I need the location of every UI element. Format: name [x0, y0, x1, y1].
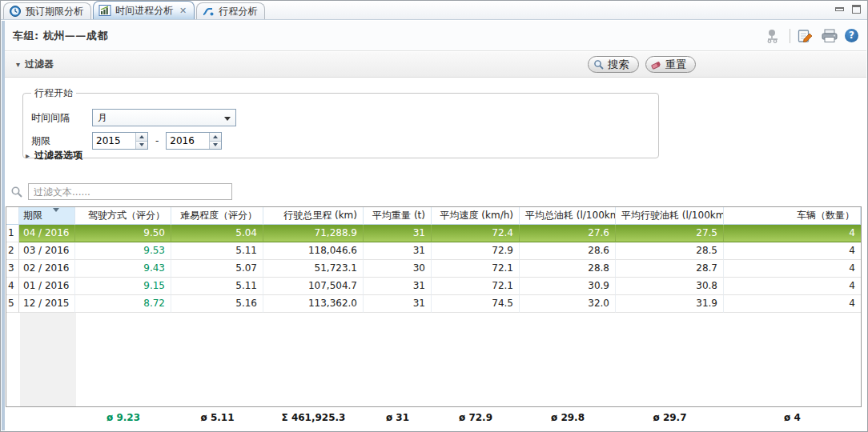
cell-vehicle-count: 4	[724, 225, 861, 242]
filter-options-label: 过滤器选项	[34, 149, 82, 162]
column-header-avg-speed[interactable]: 平均速度 (km/h)	[432, 207, 520, 225]
column-header-avg-driving-fuel[interactable]: 平均行驶油耗 (l/100km)	[616, 207, 724, 225]
header-toolbar: ?	[766, 28, 858, 44]
row-number: 1	[6, 225, 19, 242]
chart-icon	[98, 4, 111, 17]
cell-avg-total-fuel: 32.0	[520, 295, 616, 313]
tab-label: 预订期限分析	[26, 5, 83, 18]
cell-total-distance: 118,046.6	[263, 242, 364, 260]
cell-avg-weight: 31	[364, 242, 432, 260]
collapse-arrow-icon[interactable]: ▾	[16, 60, 20, 69]
cell-difficulty-score: 5.04	[171, 225, 263, 242]
cell-vehicle-count: 4	[724, 278, 861, 295]
column-header-avg-total-fuel[interactable]: 平均总油耗 (l/100km)	[520, 207, 616, 225]
chevron-down-icon	[224, 117, 231, 121]
row-number: 5	[6, 295, 19, 313]
spin-down-icon[interactable]	[136, 141, 147, 150]
tab-booking-deadline-analysis[interactable]: 预订期限分析	[3, 2, 91, 19]
table-row[interactable]: 3 02 / 2016 9.43 5.07 51,723.1 30 72.1 2…	[6, 260, 861, 278]
search-icon	[593, 59, 605, 70]
app-window: 预订期限分析 时间进程分析 ✕ 行程分析 车组: 杭州——成都	[0, 0, 868, 432]
cell-avg-driving-fuel: 31.9	[616, 295, 724, 313]
filter-options-toggle[interactable]: ▸ 过滤器选项	[26, 149, 82, 162]
table-empty-area	[6, 313, 861, 406]
cell-total-distance: 113,362.0	[263, 295, 364, 313]
row-number-header	[6, 207, 19, 225]
cell-driving-score: 9.53	[75, 242, 171, 260]
spin-down-icon[interactable]	[210, 141, 221, 150]
search-button[interactable]: 搜索	[588, 56, 639, 73]
edit-export-icon[interactable]	[797, 28, 814, 44]
cell-vehicle-count: 4	[724, 242, 861, 260]
help-icon[interactable]: ?	[845, 29, 858, 42]
cell-driving-score: 9.43	[75, 260, 171, 278]
row-number: 4	[6, 278, 19, 295]
period-from-spinner[interactable]	[92, 132, 148, 150]
reset-button-label: 重置	[665, 58, 687, 72]
trip-start-group: 行程开始 时间间隔 月 期限 -	[22, 86, 659, 158]
filter-text-input[interactable]	[28, 183, 232, 200]
cell-avg-total-fuel: 27.6	[520, 225, 616, 242]
cell-period: 03 / 2016	[19, 242, 75, 260]
column-header-period[interactable]: 期限	[19, 207, 75, 225]
axle-load-settings-icon[interactable]	[766, 28, 783, 44]
table-row[interactable]: 2 03 / 2016 9.53 5.11 118,046.6 31 72.9 …	[6, 242, 861, 260]
cell-avg-total-fuel: 28.6	[520, 242, 616, 260]
column-header-total-distance[interactable]: 行驶总里程 (km)	[263, 207, 364, 225]
sorted-column-shade	[20, 313, 76, 406]
cell-driving-score: 8.72	[75, 295, 171, 313]
cell-avg-weight: 31	[364, 295, 432, 313]
cell-avg-speed: 74.5	[432, 295, 520, 313]
maximize-view-icon[interactable]	[852, 5, 861, 14]
table-row[interactable]: 1 04 / 2016 9.50 5.04 71,288.9 31 72.4 2…	[6, 225, 861, 242]
summary-total-distance: Σ 461,925.3	[263, 412, 364, 423]
results-table: 期限 驾驶方式（评分） 难易程度（评分） 行驶总里程 (km) 平均重量 (t)…	[6, 206, 862, 407]
summary-avg-speed: ø 72.9	[432, 412, 520, 423]
cell-avg-weight: 31	[364, 225, 432, 242]
column-header-vehicle-count[interactable]: 车辆（数量）	[724, 207, 861, 225]
filter-section-label[interactable]: 过滤器	[25, 58, 54, 71]
tab-time-progress-analysis[interactable]: 时间进程分析 ✕	[93, 1, 195, 19]
period-to-spinner[interactable]	[166, 132, 222, 150]
tab-trip-analysis[interactable]: 行程分析	[196, 2, 265, 19]
print-icon[interactable]	[821, 28, 838, 44]
view-header: 车组: 杭州——成都 ?	[5, 21, 866, 51]
period-to-input[interactable]	[167, 133, 209, 149]
search-button-label: 搜索	[608, 58, 629, 72]
spin-up-icon[interactable]	[136, 133, 147, 141]
cell-total-distance: 51,723.1	[263, 260, 364, 278]
cell-avg-driving-fuel: 30.8	[616, 278, 724, 295]
cell-avg-weight: 31	[364, 278, 432, 295]
table-row[interactable]: 5 12 / 2015 8.72 5.16 113,362.0 31 74.5 …	[6, 295, 861, 313]
cell-period: 01 / 2016	[19, 278, 75, 295]
cell-avg-driving-fuel: 27.5	[616, 225, 724, 242]
table-row[interactable]: 4 01 / 2016 9.15 5.11 107,504.7 31 72.1 …	[6, 278, 861, 295]
summary-driving-score: ø 9.23	[75, 412, 171, 423]
cell-difficulty-score: 5.11	[171, 242, 263, 260]
filter-section-header: ▾ 过滤器 搜索 重置	[5, 52, 866, 78]
column-header-difficulty-score[interactable]: 难易程度（评分）	[171, 207, 263, 225]
cell-vehicle-count: 4	[724, 295, 861, 313]
tab-label: 时间进程分析	[115, 4, 173, 18]
view-controls	[835, 5, 861, 14]
cell-avg-weight: 30	[364, 260, 432, 278]
trip-start-group-label: 行程开始	[31, 86, 76, 100]
summary-vehicle-count: ø 4	[724, 412, 861, 423]
cell-avg-driving-fuel: 28.5	[616, 242, 724, 260]
minimize-view-icon[interactable]	[835, 7, 844, 11]
tab-label: 行程分析	[219, 5, 257, 18]
spin-up-icon[interactable]	[210, 133, 221, 141]
period-from-input[interactable]	[93, 133, 135, 149]
reset-button[interactable]: 重置	[645, 56, 697, 73]
magnifier-icon	[10, 186, 23, 198]
tab-close-icon[interactable]: ✕	[179, 6, 187, 16]
interval-selected-value: 月	[98, 111, 107, 125]
column-header-driving-score[interactable]: 驾驶方式（评分）	[75, 207, 171, 225]
clock-icon	[9, 5, 22, 18]
cell-difficulty-score: 5.07	[171, 260, 263, 278]
view-tab-bar: 预订期限分析 时间进程分析 ✕ 行程分析	[1, 1, 867, 20]
interval-select[interactable]: 月	[92, 109, 236, 126]
summary-row: ø 9.23 ø 5.11 Σ 461,925.3 ø 31 ø 72.9 ø …	[6, 412, 861, 423]
column-header-avg-weight[interactable]: 平均重量 (t)	[364, 207, 432, 225]
cell-period: 12 / 2015	[19, 295, 75, 313]
